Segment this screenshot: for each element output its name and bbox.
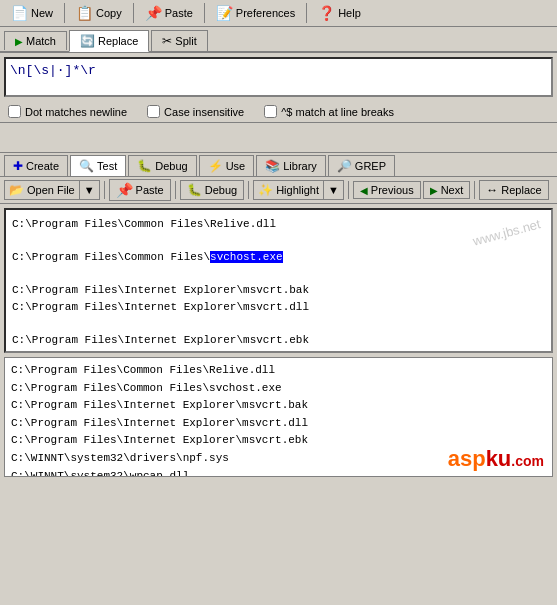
match-tab-label: Match [26, 35, 56, 47]
test-line-6: C:\Program Files\Internet Explorer\msvcr… [12, 299, 545, 316]
split-icon [162, 34, 172, 48]
replace-icon [80, 34, 95, 48]
ku-text: ku [486, 446, 512, 471]
regex-value: \n[\s|·]*\r [10, 63, 96, 78]
sep2 [133, 3, 134, 23]
test-content-area[interactable]: www.jbs.net C:\Program Files\Common File… [4, 208, 553, 353]
paste-label: Paste [165, 7, 193, 19]
debug-action-button[interactable]: Debug [180, 180, 244, 200]
highlighted-text: svchost.exe [210, 251, 283, 263]
preferences-button[interactable]: Preferences [209, 2, 302, 24]
tab-library[interactable]: Library [256, 155, 326, 176]
openfile-arrow[interactable]: ▼ [80, 182, 99, 198]
function-tabs: Create Test Debug Use Library GREP [0, 153, 557, 177]
paste-button[interactable]: Paste [138, 2, 200, 24]
help-icon [318, 5, 335, 21]
preferences-label: Preferences [236, 7, 295, 19]
tab-debug[interactable]: Debug [128, 155, 196, 176]
bottom-line-1: C:\Program Files\Common Files\Relive.dll [11, 362, 546, 380]
regex-input[interactable]: \n[\s|·]*\r [4, 57, 553, 97]
options-row: Dot matches newline Case insensitive ^$ … [0, 101, 557, 123]
tab-split[interactable]: Split [151, 30, 207, 51]
previous-label: Previous [371, 184, 414, 196]
tab-grep[interactable]: GREP [328, 155, 395, 176]
caret-dollar-checkbox[interactable] [264, 105, 277, 118]
test-tab-label: Test [97, 160, 117, 172]
help-button[interactable]: Help [311, 2, 368, 24]
use-icon [208, 159, 223, 173]
main-toolbar: New Copy Paste Preferences Help [0, 0, 557, 27]
caret-dollar-label: ^$ match at line breaks [281, 106, 394, 118]
replace-action-label: Replace [501, 184, 541, 196]
highlight-dropdown[interactable]: Highlight ▼ [253, 180, 344, 200]
create-tab-label: Create [26, 160, 59, 172]
paste-icon [145, 5, 162, 21]
test-line-3: C:\Program Files\Common Files\svchost.ex… [12, 249, 545, 266]
replace-action-icon [486, 183, 498, 197]
sep1 [64, 3, 65, 23]
openfile-main[interactable]: Open File [5, 181, 80, 199]
create-icon [13, 159, 23, 173]
paste-action-icon [116, 182, 133, 198]
highlight-main[interactable]: Highlight [254, 181, 324, 199]
mode-tabs: Match Replace Split [0, 27, 557, 53]
test-line-5: C:\Program Files\Internet Explorer\msvcr… [12, 282, 545, 299]
new-button[interactable]: New [4, 2, 60, 24]
paste-action-label: Paste [136, 184, 164, 196]
new-icon [11, 5, 28, 21]
highlight-arrow[interactable]: ▼ [324, 182, 343, 198]
next-icon [430, 184, 438, 196]
action-sep4 [348, 181, 349, 199]
dot-newline-checkbox[interactable] [8, 105, 21, 118]
highlight-icon [258, 183, 273, 197]
action-bar: Open File ▼ Paste Debug Highlight ▼ Prev… [0, 177, 557, 204]
copy-label: Copy [96, 7, 122, 19]
action-sep3 [248, 181, 249, 199]
openfile-label: Open File [27, 184, 75, 196]
debug-icon [137, 159, 152, 173]
test-line-1: C:\Program Files\Common Files\Relive.dll [12, 216, 545, 233]
copy-button[interactable]: Copy [69, 2, 129, 24]
app-window: New Copy Paste Preferences Help Match [0, 0, 557, 605]
bottom-content-area[interactable]: C:\Program Files\Common Files\Relive.dll… [4, 357, 553, 477]
tab-create[interactable]: Create [4, 155, 68, 176]
case-insensitive-option: Case insensitive [147, 105, 244, 118]
bottom-line-2: C:\Program Files\Common Files\svchost.ex… [11, 380, 546, 398]
bottom-line-4: C:\Program Files\Internet Explorer\msvcr… [11, 415, 546, 433]
match-icon [15, 35, 23, 47]
dot-newline-option: Dot matches newline [8, 105, 127, 118]
bottom-line-3: C:\Program Files\Internet Explorer\msvcr… [11, 397, 546, 415]
paste-action-button[interactable]: Paste [109, 179, 171, 201]
library-icon [265, 159, 280, 173]
asp-text: asp [448, 446, 486, 471]
action-sep5 [474, 181, 475, 199]
help-label: Help [338, 7, 361, 19]
replace-tab-label: Replace [98, 35, 138, 47]
next-label: Next [441, 184, 464, 196]
tab-match[interactable]: Match [4, 31, 67, 50]
next-button[interactable]: Next [423, 181, 471, 199]
library-tab-label: Library [283, 160, 317, 172]
test-line-2 [12, 233, 545, 250]
test-line-4 [12, 266, 545, 283]
previous-button[interactable]: Previous [353, 181, 421, 199]
use-tab-label: Use [226, 160, 246, 172]
highlight-label: Highlight [276, 184, 319, 196]
openfile-dropdown[interactable]: Open File ▼ [4, 180, 100, 200]
tab-test[interactable]: Test [70, 155, 126, 176]
grep-tab-label: GREP [355, 160, 386, 172]
action-sep1 [104, 181, 105, 199]
tab-use[interactable]: Use [199, 155, 255, 176]
test-line-7 [12, 315, 545, 332]
asp-logo: aspku.com [448, 446, 544, 472]
new-label: New [31, 7, 53, 19]
sep3 [204, 3, 205, 23]
split-tab-label: Split [175, 35, 196, 47]
case-insensitive-checkbox[interactable] [147, 105, 160, 118]
openfile-icon [9, 183, 24, 197]
caret-dollar-option: ^$ match at line breaks [264, 105, 394, 118]
tab-replace[interactable]: Replace [69, 30, 149, 52]
middle-spacer [0, 123, 557, 153]
prev-icon [360, 184, 368, 196]
replace-action-button[interactable]: Replace [479, 180, 548, 200]
